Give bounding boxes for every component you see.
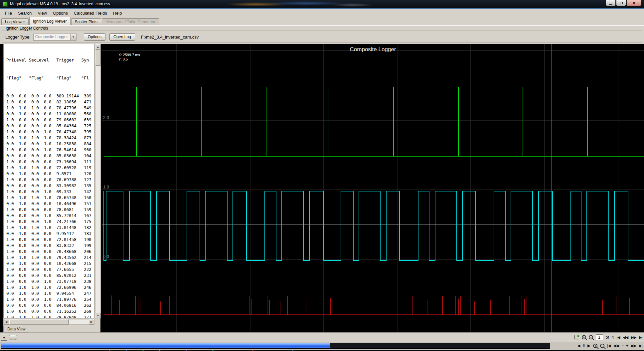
rewind-button[interactable]: ◀◀ bbox=[613, 343, 619, 348]
last-page-button[interactable]: ▶| bbox=[639, 335, 642, 340]
vertical-scrollbar[interactable]: ▲ ▼ bbox=[95, 44, 101, 318]
menu-file[interactable]: File bbox=[2, 10, 15, 16]
tab-bar: Log Viewer Ignition Log Viewer Scatter P… bbox=[0, 17, 644, 25]
cursor-y-readout: Y: 0.5 bbox=[118, 57, 128, 61]
maximize-button[interactable] bbox=[616, 0, 626, 6]
table-row: 1.0 0.0 0.0 0.0 70.69788 127 bbox=[6, 177, 94, 183]
table-row: 1.0 0.0 0.0 0.0 79.06602 639 bbox=[6, 117, 94, 123]
transport-controls: ■ ‖ ▶ + − |◀ ◀◀ − + ▶▶ ▶| bbox=[578, 342, 642, 350]
play-button[interactable]: ▶ bbox=[587, 343, 590, 348]
logger-type-value: Composite Logger bbox=[34, 34, 70, 40]
tab-data-view[interactable]: Data View bbox=[3, 325, 29, 332]
tab-log-viewer[interactable]: Log Viewer bbox=[1, 18, 29, 25]
data-rows: 0.0 0.0 0.0 0.0 389.19144 3891.0 0.0 0.0… bbox=[6, 93, 94, 318]
faster-button[interactable]: + bbox=[626, 343, 628, 348]
loaded-file-path: F:\ms2_3.4_inverted_cam.csv bbox=[141, 35, 199, 40]
menu-help[interactable]: Help bbox=[110, 10, 125, 16]
playback-bar: ■ ‖ ▶ + − |◀ ◀◀ − + ▶▶ ▶| bbox=[0, 342, 644, 350]
menu-calculated-fields[interactable]: Calculated Fields bbox=[71, 10, 110, 16]
zoom-in-icon[interactable]: + bbox=[582, 335, 586, 339]
vertical-scroll-thumb[interactable] bbox=[95, 50, 100, 66]
table-row: 1.0 1.0 1.0 1.0 78.65748 150 bbox=[6, 195, 94, 201]
open-log-button[interactable]: Open Log bbox=[109, 33, 135, 41]
table-row: 1.0 0.0 0.0 1.0 71.89776 254 bbox=[6, 296, 94, 302]
table-row: 0.0 0.0 0.0 0.0 85.03638 104 bbox=[6, 153, 94, 159]
tab-histogram-table-generator: Histogram / Table Generator bbox=[102, 18, 159, 25]
tab-scatter-plots[interactable]: Scatter Plots bbox=[71, 18, 101, 25]
app-window: MegaLogViewer MS 4.0.19 - ms2_3.4_invert… bbox=[0, 0, 644, 351]
table-row: 0.0 1.0 0.0 0.0 9.8571 120 bbox=[6, 171, 94, 177]
chart-scroll-left-button[interactable]: ◀ bbox=[1, 334, 7, 341]
table-row: 1.0 1.0 1.0 0.0 72.60528 119 bbox=[6, 165, 94, 171]
table-row: 1.0 0.0 0.0 0.0 73.16694 111 bbox=[6, 159, 94, 165]
minimize-button[interactable] bbox=[606, 0, 616, 6]
scroll-right-button[interactable]: ▶ bbox=[89, 319, 94, 324]
horizontal-scrollbar[interactable]: ◀ ▶ bbox=[3, 319, 94, 325]
chevron-down-icon[interactable]: ▼ bbox=[70, 34, 76, 40]
prev-page-button[interactable]: ◀◀ bbox=[623, 335, 628, 340]
zoom-out-icon[interactable]: − bbox=[589, 335, 593, 339]
page-number-field[interactable]: 1 bbox=[596, 334, 603, 340]
group-title: Ignition Logger Controls bbox=[5, 26, 49, 31]
table-row: 0.0 1.0 0.0 0.0 11.08008 560 bbox=[6, 111, 94, 117]
pause-button[interactable]: ‖ bbox=[583, 343, 585, 348]
table-row: 1.0 0.0 0.0 0.0 71.16252 269 bbox=[6, 308, 94, 314]
slower-button[interactable]: − bbox=[621, 343, 623, 348]
app-icon bbox=[3, 2, 8, 7]
table-row: 0.0 0.0 0.0 0.0 83.30982 135 bbox=[6, 183, 94, 189]
next-page-button[interactable]: ▶▶ bbox=[631, 335, 636, 340]
window-controls: × bbox=[605, 0, 641, 6]
close-button[interactable]: × bbox=[626, 0, 641, 6]
table-row: 1.0 1.0 1.0 1.0 72.66996 246 bbox=[6, 285, 94, 291]
table-row: 1.0 1.0 1.0 1.0 78.38424 873 bbox=[6, 135, 94, 141]
svg-text:2.0: 2.0 bbox=[103, 115, 109, 120]
titlebar: MegaLogViewer MS 4.0.19 - ms2_3.4_invert… bbox=[0, 0, 644, 8]
menu-view[interactable]: View bbox=[35, 10, 50, 16]
zoom-plus-glyph: + bbox=[583, 336, 585, 339]
first-page-button[interactable]: |◀ bbox=[616, 335, 620, 340]
menubar: File Search View Options Calculated Fiel… bbox=[0, 8, 644, 17]
page-total-label: 4 bbox=[612, 335, 614, 340]
stop-button[interactable]: ■ bbox=[578, 343, 580, 348]
horizontal-scroll-thumb[interactable] bbox=[9, 319, 69, 324]
composite-logger-chart[interactable]: 2.01.00.0 Composite Logger X: 2599.7 ms … bbox=[102, 44, 644, 332]
chart-toolbar: ◀ + − 1 of 4 |◀ ◀◀ ▶▶ ▶| bbox=[0, 332, 644, 342]
skip-start-button[interactable]: |◀ bbox=[607, 343, 610, 348]
logger-type-select[interactable]: Composite Logger ▼ bbox=[33, 34, 77, 41]
table-header-row: PriLevel SecLevel Trigger Syn bbox=[6, 57, 94, 63]
table-row: 0.0 1.0 0.0 1.0 9.94554 247 bbox=[6, 291, 94, 296]
minimize-icon bbox=[609, 4, 612, 5]
options-button[interactable]: Options bbox=[84, 33, 105, 41]
chart-title: Composite Logger bbox=[102, 46, 644, 53]
scroll-down-button[interactable]: ▼ bbox=[95, 313, 100, 318]
page-of-label: of bbox=[606, 335, 609, 340]
zoom-in-icon[interactable]: + bbox=[593, 344, 597, 348]
table-row: 0.0 0.0 0.0 0.0 389.19144 389 bbox=[6, 93, 94, 99]
chart-canvas[interactable]: 2.01.00.0 bbox=[102, 44, 644, 332]
table-row: 0.0 1.0 0.0 0.0 10.46496 151 bbox=[6, 201, 94, 207]
table-row: 1.0 1.0 1.0 0.0 79.43562 214 bbox=[6, 255, 94, 261]
menu-search[interactable]: Search bbox=[15, 10, 35, 16]
window-title: MegaLogViewer MS 4.0.19 - ms2_3.4_invert… bbox=[10, 2, 110, 6]
tab-ignition-log-viewer[interactable]: Ignition Log Viewer bbox=[29, 17, 71, 25]
logger-controls-row: Logger Type: Composite Logger ▼ Options … bbox=[5, 33, 199, 41]
menu-options[interactable]: Options bbox=[50, 10, 71, 16]
data-panel: PriLevel SecLevel Trigger Syn "Flag" "Fl… bbox=[3, 44, 100, 332]
position-slider[interactable] bbox=[1, 343, 550, 349]
skip-end-button[interactable]: ▶| bbox=[639, 343, 642, 348]
maximize-icon bbox=[620, 2, 623, 4]
table-row: 1.0 1.0 1.0 0.0 78.47796 549 bbox=[6, 105, 94, 111]
chart-scroll-thumb[interactable] bbox=[9, 335, 17, 340]
zoom-out-icon[interactable]: − bbox=[600, 344, 604, 348]
table-row: 1.0 0.0 0.0 1.0 74.21766 175 bbox=[6, 219, 94, 225]
data-table[interactable]: PriLevel SecLevel Trigger Syn "Flag" "Fl… bbox=[3, 44, 94, 318]
windows-taskbar bbox=[0, 350, 644, 351]
scroll-up-button[interactable]: ▲ bbox=[95, 44, 100, 50]
scroll-left-button[interactable]: ◀ bbox=[4, 319, 9, 324]
position-slider-fill bbox=[1, 343, 330, 348]
logger-type-label: Logger Type: bbox=[5, 35, 31, 40]
table-row: 1.0 1.0 1.0 0.0 79.87848 277 bbox=[6, 314, 94, 318]
forward-button[interactable]: ▶▶ bbox=[631, 343, 636, 348]
table-row: 0.0 0.0 0.0 0.0 84.06816 262 bbox=[6, 302, 94, 308]
fit-chart-icon[interactable] bbox=[574, 335, 579, 339]
